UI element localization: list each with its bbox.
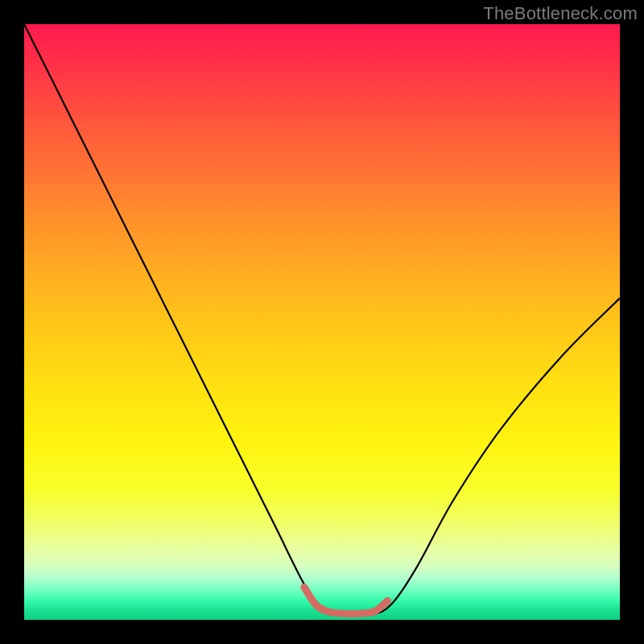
watermark-text: TheBottleneck.com	[483, 3, 638, 24]
optimal-range-highlight	[304, 587, 388, 613]
plot-area	[24, 24, 620, 620]
chart-frame: TheBottleneck.com	[0, 0, 644, 644]
curve-layer	[24, 24, 620, 620]
bottleneck-curve	[24, 24, 620, 615]
